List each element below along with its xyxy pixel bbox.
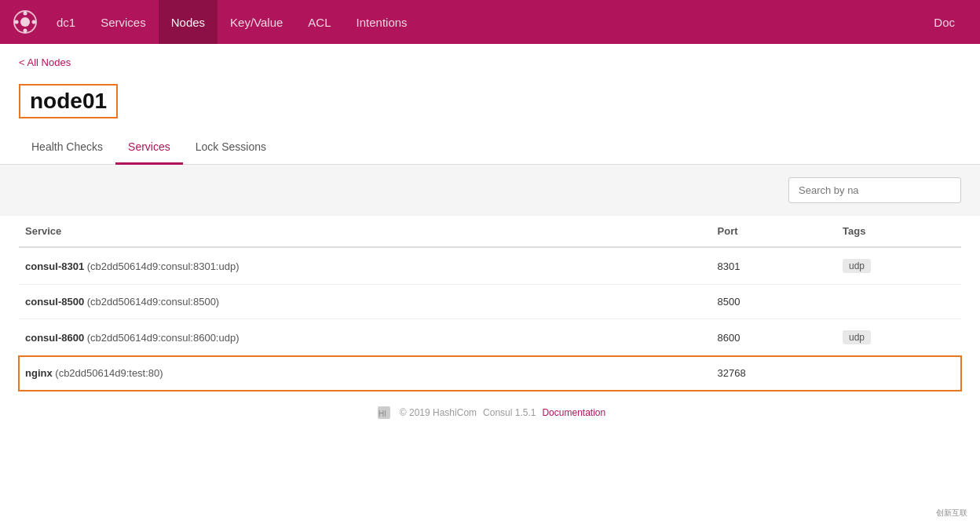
footer-version: Consul 1.5.1 xyxy=(483,407,536,418)
service-name: consul-8301 xyxy=(25,260,84,272)
page-title-wrapper: node01 xyxy=(0,75,980,131)
tag-badge: udp xyxy=(843,330,871,344)
cell-tags-0: udp xyxy=(836,247,961,285)
cell-tags-3 xyxy=(836,356,961,391)
content-toolbar xyxy=(0,165,980,216)
svg-point-4 xyxy=(15,20,19,24)
cell-service-3: nginx (cb2dd50614d9:test:80) xyxy=(19,356,711,391)
svg-point-2 xyxy=(24,12,27,16)
page-title: node01 xyxy=(19,84,118,118)
col-service: Service xyxy=(19,216,711,247)
service-detail: (cb2dd50614d9:consul:8301:udp) xyxy=(87,260,240,272)
cell-service-2: consul-8600 (cb2dd50614d9:consul:8600:ud… xyxy=(19,319,711,356)
cell-port-1: 8500 xyxy=(711,285,836,319)
nav-services[interactable]: Services xyxy=(88,0,159,44)
top-navigation: dc1 Services Nodes Key/Value ACL Intenti… xyxy=(0,0,980,44)
service-name: consul-8500 xyxy=(25,296,84,308)
nav-acl[interactable]: ACL xyxy=(295,0,343,44)
services-table-wrapper: Service Port Tags consul-8301 (cb2dd5061… xyxy=(0,216,980,391)
tab-services[interactable]: Services xyxy=(115,131,183,165)
footer-docs[interactable]: Documentation xyxy=(542,407,605,418)
col-port: Port xyxy=(711,216,836,247)
service-name: nginx xyxy=(25,367,53,379)
nav-intentions[interactable]: Intentions xyxy=(344,0,420,44)
svg-point-5 xyxy=(32,20,36,24)
cell-service-1: consul-8500 (cb2dd50614d9:consul:8500) xyxy=(19,285,711,319)
table-header: Service Port Tags xyxy=(19,216,961,247)
service-detail: (cb2dd50614d9:consul:8600:udp) xyxy=(87,332,240,344)
service-name: consul-8600 xyxy=(25,332,84,344)
table-row[interactable]: nginx (cb2dd50614d9:test:80)32768 xyxy=(19,356,961,391)
table-row[interactable]: consul-8301 (cb2dd50614d9:consul:8301:ud… xyxy=(19,247,961,285)
cell-service-0: consul-8301 (cb2dd50614d9:consul:8301:ud… xyxy=(19,247,711,285)
svg-point-3 xyxy=(24,29,27,33)
consul-logo xyxy=(13,9,38,35)
cell-tags-2: udp xyxy=(836,319,961,356)
table-row[interactable]: consul-8600 (cb2dd50614d9:consul:8600:ud… xyxy=(19,319,961,356)
cell-port-2: 8600 xyxy=(711,319,836,356)
footer: HI © 2019 HashiCom Consul 1.5.1 Document… xyxy=(0,391,980,435)
table-row[interactable]: consul-8500 (cb2dd50614d9:consul:8500)85… xyxy=(19,285,961,319)
breadcrumb[interactable]: All Nodes xyxy=(0,44,980,75)
svg-text:HI: HI xyxy=(378,410,386,418)
col-tags: Tags xyxy=(836,216,961,247)
tag-badge: udp xyxy=(843,259,871,273)
svg-point-1 xyxy=(20,17,30,27)
table-body: consul-8301 (cb2dd50614d9:consul:8301:ud… xyxy=(19,247,961,391)
datacenter-label[interactable]: dc1 xyxy=(50,16,82,29)
nav-nodes[interactable]: Nodes xyxy=(159,0,218,44)
hashicorp-logo: HI xyxy=(375,403,393,422)
tab-lock-sessions[interactable]: Lock Sessions xyxy=(183,131,279,165)
cell-port-0: 8301 xyxy=(711,247,836,285)
cell-port-3: 32768 xyxy=(711,356,836,391)
tab-bar: Health Checks Services Lock Sessions xyxy=(0,131,980,165)
nav-docs[interactable]: Doc xyxy=(921,16,967,29)
footer-copyright: © 2019 HashiCom xyxy=(400,407,477,418)
nav-keyvalue[interactable]: Key/Value xyxy=(218,0,295,44)
tab-health-checks[interactable]: Health Checks xyxy=(19,131,115,165)
search-input[interactable] xyxy=(788,177,961,203)
service-detail: (cb2dd50614d9:consul:8500) xyxy=(87,296,219,308)
cell-tags-1 xyxy=(836,285,961,319)
service-detail: (cb2dd50614d9:test:80) xyxy=(55,367,163,379)
services-table: Service Port Tags consul-8301 (cb2dd5061… xyxy=(19,216,961,391)
